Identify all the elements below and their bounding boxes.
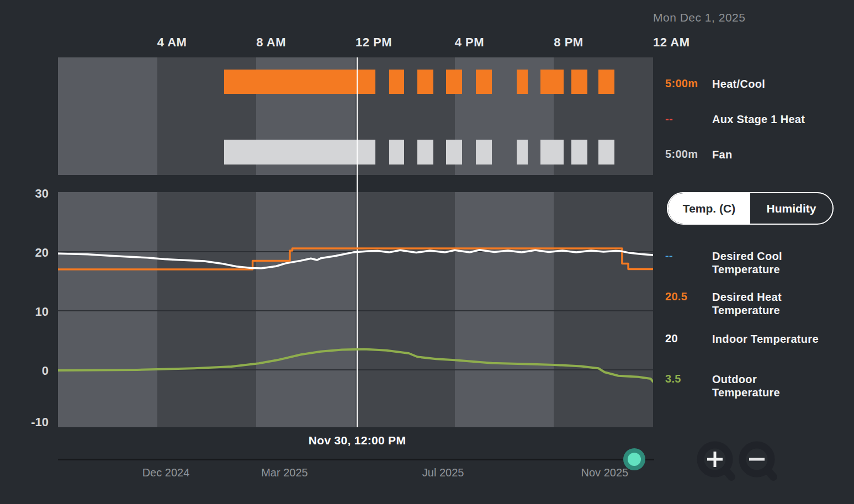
runtime-legend-row: 5:00mHeat/Cool: [665, 77, 823, 91]
heatcool-runtime-bar[interactable]: [446, 70, 462, 94]
heatcool-runtime-bar[interactable]: [224, 70, 375, 94]
legend-value: --: [665, 113, 712, 125]
time-tick-label: 4 AM: [157, 35, 187, 50]
temperature-legend-row: --Desired Cool Temperature: [665, 250, 823, 276]
thermostat-activity-dashboard: Mon Dec 1, 2025 4 AM8 AM12 PM4 PM8 PM12 …: [0, 0, 854, 504]
indoor-temperature-line: [58, 250, 653, 268]
legend-label: Desired Cool Temperature: [712, 250, 823, 276]
y-tick-label: 20: [17, 246, 49, 260]
legend-label: Aux Stage 1 Heat: [712, 113, 823, 126]
time-tick-label: 12 AM: [653, 35, 689, 50]
navigator-handle-dot: [628, 453, 641, 466]
navigator-month-label: Mar 2025: [261, 466, 308, 479]
fan-runtime-bar[interactable]: [446, 140, 462, 165]
fan-runtime-bar[interactable]: [517, 140, 528, 165]
legend-value: 5:00m: [665, 148, 712, 161]
temperature-legend-row: 3.5Outdoor Temperature: [665, 373, 823, 399]
legend-value: 5:00m: [665, 77, 712, 90]
toggle-option-humidity[interactable]: Humidity: [750, 193, 832, 224]
time-tick-label: 8 AM: [256, 35, 286, 50]
date-label: Mon Dec 1, 2025: [653, 11, 745, 24]
temperature-chart[interactable]: [58, 192, 653, 427]
temperature-legend-row: 20Indoor Temperature: [665, 332, 823, 346]
heatcool-runtime-bar[interactable]: [517, 70, 528, 94]
legend-value: 3.5: [665, 373, 712, 385]
navigator-month-label: Nov 2025: [581, 466, 629, 479]
runtime-legend-row: 5:00mFan: [665, 148, 823, 161]
time-band: [455, 57, 554, 175]
legend-label: Desired Heat Temperature: [712, 290, 823, 317]
heatcool-runtime-bar[interactable]: [540, 70, 564, 94]
navigator-handle[interactable]: [623, 448, 645, 470]
heatcool-runtime-bar[interactable]: [389, 70, 404, 94]
runtime-chart[interactable]: [58, 57, 653, 175]
zoom-out-icon[interactable]: [737, 439, 780, 484]
navigator-track[interactable]: [58, 459, 654, 460]
heatcool-runtime-bar[interactable]: [417, 70, 433, 94]
y-tick-label: 30: [17, 187, 49, 201]
heatcool-runtime-bar[interactable]: [598, 70, 614, 94]
legend-label: Outdoor Temperature: [712, 373, 823, 399]
runtime-legend-row: --Aux Stage 1 Heat: [665, 113, 823, 126]
fan-runtime-bar[interactable]: [540, 140, 564, 165]
navigator-month-label: Jul 2025: [422, 466, 464, 479]
heatcool-runtime-bar[interactable]: [476, 70, 492, 94]
heatcool-runtime-bar[interactable]: [571, 70, 587, 94]
legend-value: 20.5: [665, 290, 712, 303]
fan-runtime-bar[interactable]: [598, 140, 614, 165]
outdoor-temperature-line: [58, 349, 653, 382]
time-band: [58, 57, 157, 175]
legend-label: Indoor Temperature: [712, 332, 823, 346]
fan-runtime-bar[interactable]: [417, 140, 433, 165]
toggle-option-tempc[interactable]: Temp. (C): [668, 193, 750, 224]
y-tick-label: 0: [17, 364, 49, 378]
unit-toggle[interactable]: Temp. (C)Humidity: [667, 192, 834, 225]
fan-runtime-bar[interactable]: [224, 140, 375, 165]
legend-label: Heat/Cool: [712, 77, 823, 91]
fan-runtime-bar[interactable]: [476, 140, 492, 165]
time-tick-label: 12 PM: [356, 35, 392, 50]
fan-runtime-bar[interactable]: [389, 140, 404, 165]
time-tick-label: 4 PM: [455, 35, 484, 50]
fan-runtime-bar[interactable]: [571, 140, 587, 165]
temperature-lines-canvas: [58, 192, 653, 427]
cursor-time-label: Nov 30, 12:00 PM: [274, 434, 440, 447]
zoom-in-icon[interactable]: [695, 439, 738, 484]
navigator-month-label: Dec 2024: [142, 466, 190, 479]
time-tick-label: 8 PM: [554, 35, 583, 50]
y-tick-label: -10: [17, 415, 49, 429]
legend-value: 20: [665, 332, 712, 345]
y-tick-label: 10: [17, 305, 49, 319]
legend-label: Fan: [712, 148, 823, 161]
legend-value: --: [665, 250, 712, 262]
temperature-legend-row: 20.5Desired Heat Temperature: [665, 290, 823, 317]
